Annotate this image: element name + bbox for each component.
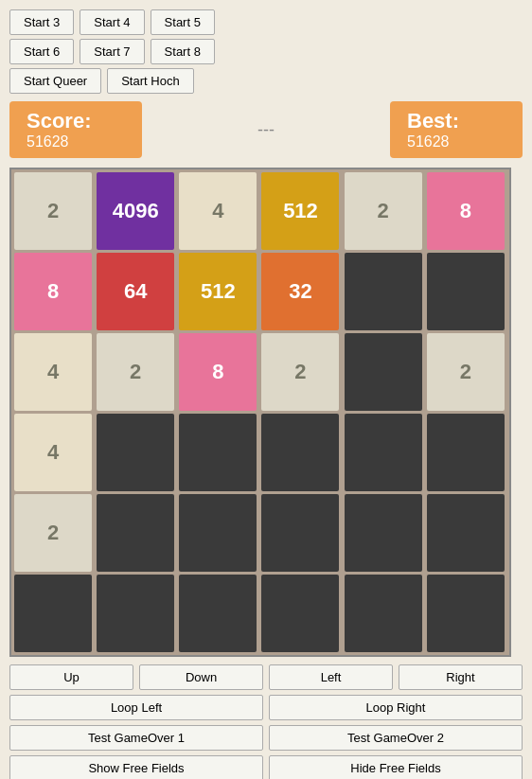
grid-cell-5-2 (179, 575, 257, 652)
start-row-2: Start 6 Start 7 Start 8 (9, 39, 523, 64)
grid-cell-1-1: 64 (97, 253, 174, 330)
loop-left-button[interactable]: Loop Left (9, 695, 263, 720)
grid-cell-4-3 (261, 494, 339, 572)
grid-cell-0-4: 2 (345, 172, 422, 250)
grid-cell-4-4 (345, 494, 422, 572)
grid-cell-1-5 (427, 253, 505, 330)
grid-cell-1-3: 32 (261, 253, 339, 330)
score-area: Score: 51628 --- Best: 51628 (9, 101, 523, 158)
grid-cell-0-2: 4 (179, 172, 257, 250)
left-button[interactable]: Left (269, 664, 393, 690)
grid-cell-2-3: 2 (261, 333, 339, 411)
show-free-fields-button[interactable]: Show Free Fields (9, 755, 263, 779)
grid-cell-2-0: 4 (14, 333, 92, 411)
start-5-button[interactable]: Start 5 (151, 9, 215, 35)
start-row-1: Start 3 Start 4 Start 5 (9, 9, 523, 35)
score-separator: --- (151, 120, 381, 140)
bottom-buttons-area: Up Down Left Right Loop Left Loop Right … (9, 664, 523, 779)
start-6-button[interactable]: Start 6 (9, 39, 74, 64)
test-row: Test GameOver 1 Test GameOver 2 (9, 725, 523, 751)
grid-cell-4-2 (179, 494, 257, 572)
top-buttons-area: Start 3 Start 4 Start 5 Start 6 Start 7 … (9, 9, 523, 94)
grid-cell-2-4 (345, 333, 422, 411)
up-button[interactable]: Up (9, 664, 133, 690)
grid-cell-2-2: 8 (179, 333, 257, 411)
score-label: Score: (27, 109, 125, 133)
start-3-button[interactable]: Start 3 (9, 9, 74, 35)
grid-cell-3-2 (179, 414, 257, 491)
test-gameover-1-button[interactable]: Test GameOver 1 (9, 725, 263, 751)
grid-cell-3-1 (97, 414, 174, 491)
grid-cell-1-0: 8 (14, 253, 92, 330)
grid-cell-3-5 (427, 414, 505, 491)
free-fields-row: Show Free Fields Hide Free Fields (9, 755, 523, 779)
grid-cell-2-1: 2 (97, 333, 174, 411)
grid-cell-1-4 (345, 253, 422, 330)
best-label: Best: (407, 109, 505, 133)
grid-cell-2-5: 2 (427, 333, 505, 411)
score-box: Score: 51628 (9, 101, 142, 158)
grid-cell-0-3: 512 (261, 172, 339, 250)
grid-cell-0-1: 4096 (97, 172, 174, 250)
grid-cell-5-5 (427, 575, 505, 652)
game-grid-container: 24096451228864512324282242 (9, 168, 511, 657)
best-box: Best: 51628 (390, 101, 523, 158)
grid-cell-4-0: 2 (14, 494, 92, 572)
grid-cell-0-5: 8 (427, 172, 505, 250)
grid-cell-5-1 (97, 575, 174, 652)
grid-cell-0-0: 2 (14, 172, 92, 250)
start-queer-button[interactable]: Start Queer (9, 68, 101, 94)
start-7-button[interactable]: Start 7 (80, 39, 144, 64)
loop-right-button[interactable]: Loop Right (269, 695, 523, 720)
score-value: 51628 (27, 133, 125, 150)
start-row-3: Start Queer Start Hoch (9, 68, 523, 94)
right-button[interactable]: Right (399, 664, 523, 690)
start-4-button[interactable]: Start 4 (80, 9, 144, 35)
game-grid: 24096451228864512324282242 (14, 172, 506, 652)
start-hoch-button[interactable]: Start Hoch (107, 68, 193, 94)
loop-row: Loop Left Loop Right (9, 695, 523, 720)
hide-free-fields-button[interactable]: Hide Free Fields (269, 755, 523, 779)
grid-cell-3-3 (261, 414, 339, 491)
grid-cell-3-4 (345, 414, 422, 491)
grid-cell-5-3 (261, 575, 339, 652)
start-8-button[interactable]: Start 8 (151, 39, 215, 64)
move-row-1: Up Down Left Right (9, 664, 523, 690)
best-value: 51628 (407, 133, 505, 150)
test-gameover-2-button[interactable]: Test GameOver 2 (269, 725, 523, 751)
down-button[interactable]: Down (139, 664, 263, 690)
grid-cell-4-5 (427, 494, 505, 572)
grid-cell-3-0: 4 (14, 414, 92, 491)
grid-cell-5-0 (14, 575, 92, 652)
grid-cell-1-2: 512 (179, 253, 257, 330)
grid-cell-4-1 (97, 494, 174, 572)
grid-cell-5-4 (345, 575, 422, 652)
